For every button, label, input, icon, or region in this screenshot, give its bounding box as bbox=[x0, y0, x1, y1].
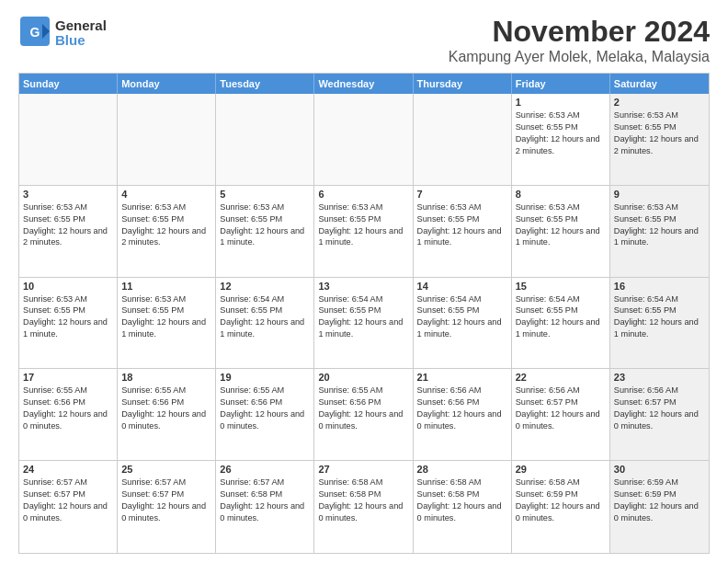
cell-info-line: Sunrise: 6:57 AM bbox=[220, 477, 310, 488]
calendar-cell: 25Sunrise: 6:57 AMSunset: 6:57 PMDayligh… bbox=[118, 461, 216, 553]
calendar-cell: 7Sunrise: 6:53 AMSunset: 6:55 PMDaylight… bbox=[414, 186, 512, 277]
calendar-cell: 11Sunrise: 6:53 AMSunset: 6:55 PMDayligh… bbox=[118, 278, 216, 369]
calendar-cell: 23Sunrise: 6:56 AMSunset: 6:57 PMDayligh… bbox=[610, 369, 709, 460]
calendar-cell: 28Sunrise: 6:58 AMSunset: 6:58 PMDayligh… bbox=[414, 461, 512, 553]
cell-info-line: Sunset: 6:57 PM bbox=[516, 396, 606, 408]
cell-info-line: Daylight: 12 hours and 0 minutes. bbox=[516, 500, 606, 524]
day-number: 9 bbox=[614, 189, 705, 200]
cell-info-line: Sunrise: 6:55 AM bbox=[121, 385, 211, 396]
cell-info-line: Sunrise: 6:54 AM bbox=[614, 293, 705, 305]
calendar-cell: 8Sunrise: 6:53 AMSunset: 6:55 PMDaylight… bbox=[512, 186, 610, 277]
cell-info-line: Sunset: 6:55 PM bbox=[417, 304, 507, 316]
cell-info: Sunrise: 6:53 AMSunset: 6:55 PMDaylight:… bbox=[614, 109, 705, 157]
cell-info-line: Daylight: 12 hours and 0 minutes. bbox=[23, 500, 113, 524]
calendar-week-row: 3Sunrise: 6:53 AMSunset: 6:55 PMDaylight… bbox=[19, 186, 709, 278]
day-number: 16 bbox=[614, 281, 705, 292]
day-number: 2 bbox=[614, 97, 705, 108]
day-number: 17 bbox=[23, 372, 113, 383]
cell-info: Sunrise: 6:53 AMSunset: 6:55 PMDaylight:… bbox=[220, 201, 310, 249]
logo-icon: G bbox=[18, 15, 51, 48]
calendar-header-cell: Wednesday bbox=[314, 74, 413, 94]
cell-info-line: Sunrise: 6:59 AM bbox=[614, 477, 705, 488]
calendar-cell: 29Sunrise: 6:58 AMSunset: 6:59 PMDayligh… bbox=[512, 461, 610, 553]
cell-info-line: Sunset: 6:55 PM bbox=[614, 304, 705, 316]
cell-info-line: Sunrise: 6:54 AM bbox=[220, 293, 310, 305]
day-number: 19 bbox=[220, 372, 310, 383]
cell-info-line: Daylight: 12 hours and 1 minute. bbox=[220, 225, 310, 249]
cell-info-line: Sunset: 6:57 PM bbox=[23, 488, 113, 500]
cell-info-line: Sunset: 6:55 PM bbox=[121, 213, 211, 225]
cell-info: Sunrise: 6:54 AMSunset: 6:55 PMDaylight:… bbox=[417, 293, 507, 341]
cell-info-line: Sunrise: 6:53 AM bbox=[121, 201, 211, 213]
calendar-cell: 30Sunrise: 6:59 AMSunset: 6:59 PMDayligh… bbox=[610, 461, 709, 553]
cell-info-line: Sunset: 6:58 PM bbox=[318, 488, 408, 500]
day-number: 24 bbox=[23, 464, 113, 475]
cell-info-line: Sunset: 6:55 PM bbox=[318, 213, 408, 225]
calendar-cell: 1Sunrise: 6:53 AMSunset: 6:55 PMDaylight… bbox=[512, 94, 610, 185]
calendar-cell: 27Sunrise: 6:58 AMSunset: 6:58 PMDayligh… bbox=[314, 461, 413, 553]
day-number: 10 bbox=[23, 281, 113, 292]
cell-info-line: Sunrise: 6:55 AM bbox=[220, 385, 310, 396]
day-number: 29 bbox=[516, 464, 606, 475]
calendar-cell: 13Sunrise: 6:54 AMSunset: 6:55 PMDayligh… bbox=[314, 278, 413, 369]
calendar-cell: 4Sunrise: 6:53 AMSunset: 6:55 PMDaylight… bbox=[118, 186, 216, 277]
cell-info: Sunrise: 6:53 AMSunset: 6:55 PMDaylight:… bbox=[516, 201, 606, 249]
day-number: 5 bbox=[220, 189, 310, 200]
cell-info: Sunrise: 6:58 AMSunset: 6:58 PMDaylight:… bbox=[417, 477, 507, 524]
cell-info: Sunrise: 6:55 AMSunset: 6:56 PMDaylight:… bbox=[121, 385, 211, 432]
title-block: November 2024 Kampung Ayer Molek, Melaka… bbox=[449, 15, 710, 65]
calendar-cell: 16Sunrise: 6:54 AMSunset: 6:55 PMDayligh… bbox=[610, 278, 709, 369]
calendar-week-row: 17Sunrise: 6:55 AMSunset: 6:56 PMDayligh… bbox=[19, 369, 709, 461]
cell-info-line: Sunrise: 6:53 AM bbox=[516, 109, 606, 121]
cell-info-line: Daylight: 12 hours and 1 minute. bbox=[318, 225, 408, 249]
day-number: 30 bbox=[614, 464, 705, 475]
cell-info: Sunrise: 6:53 AMSunset: 6:55 PMDaylight:… bbox=[121, 201, 211, 249]
day-number: 28 bbox=[417, 464, 507, 475]
cell-info-line: Sunrise: 6:55 AM bbox=[318, 385, 408, 396]
cell-info: Sunrise: 6:54 AMSunset: 6:55 PMDaylight:… bbox=[516, 293, 606, 341]
cell-info-line: Daylight: 12 hours and 1 minute. bbox=[417, 225, 507, 249]
svg-text:G: G bbox=[30, 25, 40, 40]
cell-info-line: Sunset: 6:59 PM bbox=[614, 488, 705, 500]
cell-info-line: Daylight: 12 hours and 2 minutes. bbox=[614, 133, 705, 157]
cell-info-line: Sunset: 6:59 PM bbox=[516, 488, 606, 500]
cell-info-line: Sunset: 6:56 PM bbox=[318, 396, 408, 408]
day-number: 26 bbox=[220, 464, 310, 475]
cell-info: Sunrise: 6:53 AMSunset: 6:55 PMDaylight:… bbox=[23, 201, 113, 249]
day-number: 6 bbox=[318, 189, 408, 200]
cell-info-line: Daylight: 12 hours and 0 minutes. bbox=[516, 408, 606, 432]
calendar-cell: 15Sunrise: 6:54 AMSunset: 6:55 PMDayligh… bbox=[512, 278, 610, 369]
calendar-cell: 3Sunrise: 6:53 AMSunset: 6:55 PMDaylight… bbox=[19, 186, 118, 277]
cell-info-line: Daylight: 12 hours and 1 minute. bbox=[614, 225, 705, 249]
day-number: 8 bbox=[516, 189, 606, 200]
cell-info-line: Sunset: 6:55 PM bbox=[220, 213, 310, 225]
calendar-week-row: 1Sunrise: 6:53 AMSunset: 6:55 PMDaylight… bbox=[19, 94, 709, 186]
logo: G General Blue bbox=[18, 15, 107, 52]
cell-info: Sunrise: 6:54 AMSunset: 6:55 PMDaylight:… bbox=[318, 293, 408, 341]
cell-info-line: Sunset: 6:58 PM bbox=[417, 488, 507, 500]
cell-info-line: Daylight: 12 hours and 1 minute. bbox=[516, 225, 606, 249]
day-number: 7 bbox=[417, 189, 507, 200]
logo-name-general: General bbox=[55, 18, 107, 34]
calendar-cell: 17Sunrise: 6:55 AMSunset: 6:56 PMDayligh… bbox=[19, 369, 118, 460]
calendar-header-cell: Friday bbox=[512, 74, 610, 94]
calendar-header-cell: Saturday bbox=[610, 74, 709, 94]
subtitle: Kampung Ayer Molek, Melaka, Malaysia bbox=[449, 49, 710, 65]
cell-info: Sunrise: 6:55 AMSunset: 6:56 PMDaylight:… bbox=[318, 385, 408, 432]
cell-info: Sunrise: 6:53 AMSunset: 6:55 PMDaylight:… bbox=[516, 109, 606, 157]
calendar-week-row: 24Sunrise: 6:57 AMSunset: 6:57 PMDayligh… bbox=[19, 461, 709, 553]
day-number: 25 bbox=[121, 464, 211, 475]
cell-info: Sunrise: 6:57 AMSunset: 6:57 PMDaylight:… bbox=[23, 477, 113, 524]
cell-info-line: Sunset: 6:55 PM bbox=[516, 121, 606, 133]
cell-info-line: Daylight: 12 hours and 0 minutes. bbox=[417, 408, 507, 432]
calendar-cell: 6Sunrise: 6:53 AMSunset: 6:55 PMDaylight… bbox=[314, 186, 413, 277]
page: G General Blue November 2024 Kampung Aye… bbox=[0, 0, 728, 563]
cell-info-line: Sunrise: 6:56 AM bbox=[614, 385, 705, 396]
calendar-header-cell: Monday bbox=[118, 74, 216, 94]
day-number: 27 bbox=[318, 464, 408, 475]
cell-info-line: Sunrise: 6:55 AM bbox=[23, 385, 113, 396]
calendar-cell: 24Sunrise: 6:57 AMSunset: 6:57 PMDayligh… bbox=[19, 461, 118, 553]
calendar-cell: 19Sunrise: 6:55 AMSunset: 6:56 PMDayligh… bbox=[216, 369, 314, 460]
cell-info: Sunrise: 6:58 AMSunset: 6:58 PMDaylight:… bbox=[318, 477, 408, 524]
day-number: 18 bbox=[121, 372, 211, 383]
